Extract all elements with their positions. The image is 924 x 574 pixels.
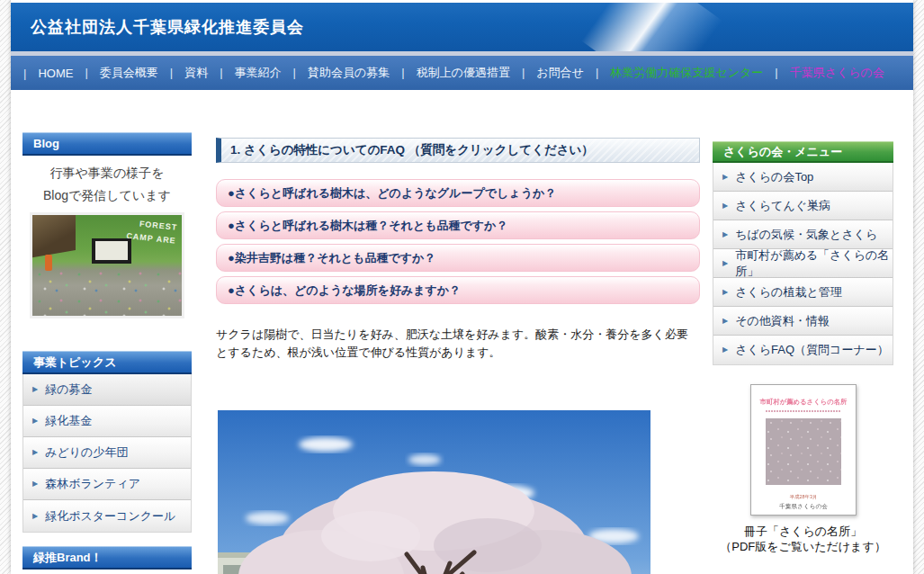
nav-item-home[interactable]: HOME <box>23 67 73 80</box>
content-area: Blog 行事や事業の様子を Blogで発信しています FOREST CAMP … <box>11 90 913 574</box>
faq-answer-text: サクラは陽樹で、日当たりを好み、肥沃な土壌を好みます。酸素・水分・養分を多く必要… <box>216 326 700 362</box>
main-content: 1. さくらの特性についてのFAQ （質問をクリックしてください） ●さくらと呼… <box>216 138 700 362</box>
booklet-cover-title: 市町村が薦めるさくらの名所 <box>755 397 851 406</box>
sakura-menu-top[interactable]: ▶ さくらの会Top <box>713 163 893 192</box>
booklet-cover-date: 平成28年3月 <box>756 493 849 500</box>
blog-description-line2: Blogで発信しています <box>22 184 192 207</box>
sakura-menu: ▶ さくらの会Top ▶ さくらてんぐ巣病 ▶ ちばの気候・気象とさくら ▶ 市… <box>713 163 893 365</box>
faq-question-4[interactable]: ●さくらは、どのような場所を好みますか？ <box>216 276 700 304</box>
nav-item-forestry-labor-center[interactable]: 林業労働力確保支援センター <box>596 65 763 81</box>
main-nav: HOME 委員会概要 資料 事業紹介 賛助会員の募集 税制上の優遇措置 お問合せ… <box>11 56 913 90</box>
topics-panel-header: 事業トピックス <box>22 351 192 374</box>
camp-screen-shape <box>92 238 131 264</box>
nav-item-committee-overview[interactable]: 委員会概要 <box>85 65 157 81</box>
blog-description-line1: 行事や事業の様子を <box>22 162 192 184</box>
triangle-right-icon: ▶ <box>32 480 38 488</box>
booklet-cover-org: 千葉県さくらの会 <box>753 502 852 511</box>
triangle-right-icon: ▶ <box>722 346 728 354</box>
booklet-cover-subtitle-line <box>766 410 841 412</box>
triangle-right-icon: ▶ <box>722 202 728 210</box>
booklet-caption: 冊子「さくらの名所」 （PDF版をご覧いただけます） <box>713 524 893 554</box>
faq-question-3[interactable]: ●染井吉野は種？それとも品種ですか？ <box>216 244 700 272</box>
brand-panel: 緑推Brand！ <box>22 546 192 574</box>
booklet-cover[interactable]: 市町村が薦めるさくらの名所 平成28年3月 千葉県さくらの会 <box>750 384 857 516</box>
triangle-right-icon: ▶ <box>32 417 38 425</box>
page: 公益社団法人千葉県緑化推進委員会 HOME 委員会概要 資料 事業紹介 賛助会員… <box>11 0 913 574</box>
faq-question-list: ●さくらと呼ばれる樹木は、どのようなグループでしょうか？ ●さくらと呼ばれる樹木… <box>216 179 700 304</box>
nav-item-projects[interactable]: 事業紹介 <box>220 65 281 81</box>
sakura-menu-tengu-disease[interactable]: ▶ さくらてんぐ巣病 <box>713 192 893 220</box>
topics-item-greening-fund[interactable]: ▶ 緑化基金 <box>23 406 191 437</box>
faq-question-2[interactable]: ●さくらと呼ばれる樹木は種？それとも品種ですか？ <box>216 211 700 239</box>
sakura-menu-planting-management[interactable]: ▶ さくらの植栽と管理 <box>713 278 893 307</box>
right-sidebar: さくらの会・メニュー ▶ さくらの会Top ▶ さくらてんぐ巣病 ▶ ちばの気候… <box>713 141 893 554</box>
sakura-menu-chiba-climate[interactable]: ▶ ちばの気候・気象とさくら <box>713 220 893 249</box>
site-title: 公益社団法人千葉県緑化推進委員会 <box>11 3 913 38</box>
topics-panel: 事業トピックス ▶ 緑の募金 ▶ 緑化基金 ▶ みどりの少年団 ▶ 森林ボランテ… <box>22 351 192 533</box>
faq-question-1[interactable]: ●さくらと呼ばれる樹木は、どのようなグループでしょうか？ <box>216 179 700 207</box>
faq-section-title: 1. さくらの特性についてのFAQ （質問をクリックしてください） <box>216 138 700 163</box>
blog-panel-header: Blog <box>22 132 192 156</box>
sakura-menu-famous-spots[interactable]: ▶ 市町村が薦める「さくらの名所」 <box>713 249 893 278</box>
triangle-right-icon: ▶ <box>722 260 728 267</box>
triangle-right-icon: ▶ <box>32 513 38 520</box>
triangle-right-icon: ▶ <box>722 318 728 325</box>
sakura-menu-other-documents[interactable]: ▶ その他資料・情報 <box>713 307 893 336</box>
topics-item-midori-youth-group[interactable]: ▶ みどりの少年団 <box>23 437 191 469</box>
nav-item-documents[interactable]: 資料 <box>170 65 208 81</box>
sakura-menu-header: さくらの会・メニュー <box>713 141 893 163</box>
camp-crowd-shape <box>32 269 182 316</box>
left-sidebar: Blog 行事や事業の様子を Blogで発信しています FOREST CAMP … <box>22 132 192 318</box>
triangle-right-icon: ▶ <box>32 386 38 393</box>
sakura-menu-faq[interactable]: ▶ さくらFAQ（質問コーナー） <box>713 336 893 364</box>
nav-item-chiba-sakura-society[interactable]: 千葉県さくらの会 <box>775 65 884 81</box>
topics-item-poster-contest[interactable]: ▶ 緑化ポスターコンクール <box>23 500 191 532</box>
nav-item-contact[interactable]: お問合せ <box>522 65 584 81</box>
triangle-right-icon: ▶ <box>722 289 728 296</box>
blog-photo-text: FOREST CAMP ARE <box>126 216 178 248</box>
booklet-cover-photo <box>766 418 841 485</box>
nav-item-supporting-members[interactable]: 賛助会員の募集 <box>293 65 390 81</box>
cherry-tree-photo <box>218 410 650 574</box>
triangle-right-icon: ▶ <box>722 174 728 181</box>
brand-panel-header: 緑推Brand！ <box>22 546 192 570</box>
booklet-caption-line2: （PDF版をご覧いただけます） <box>713 539 893 554</box>
topics-item-forest-volunteer[interactable]: ▶ 森林ボランティア <box>23 469 191 500</box>
site-header: 公益社団法人千葉県緑化推進委員会 <box>11 3 913 51</box>
topics-item-green-donation[interactable]: ▶ 緑の募金 <box>23 374 191 406</box>
booklet-caption-line1: 冊子「さくらの名所」 <box>713 524 893 539</box>
blog-photo[interactable]: FOREST CAMP ARE <box>30 212 184 318</box>
triangle-right-icon: ▶ <box>32 449 38 456</box>
topics-menu: ▶ 緑の募金 ▶ 緑化基金 ▶ みどりの少年団 ▶ 森林ボランティア ▶ 緑 <box>22 374 192 533</box>
camp-roof-shape <box>30 212 76 259</box>
triangle-right-icon: ▶ <box>722 231 728 238</box>
nav-item-tax-treatment[interactable]: 税制上の優遇措置 <box>401 65 510 81</box>
